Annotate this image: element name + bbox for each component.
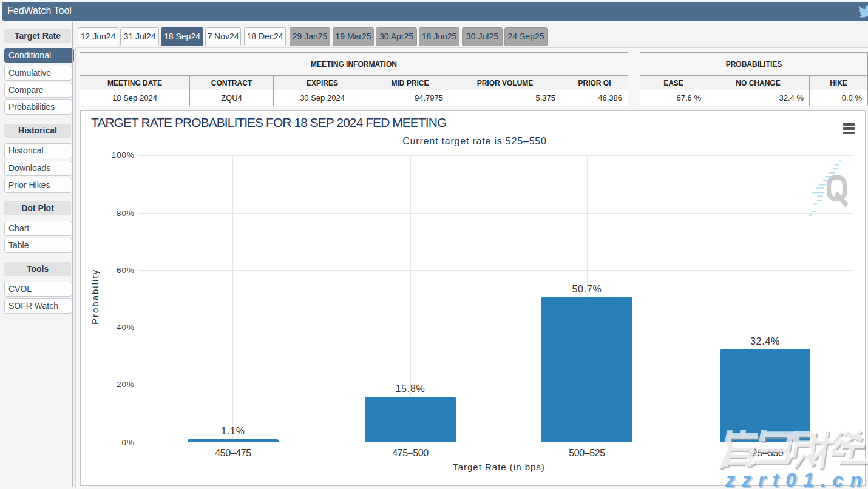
svg-text:zzrt01.cn: zzrt01.cn <box>725 469 868 489</box>
